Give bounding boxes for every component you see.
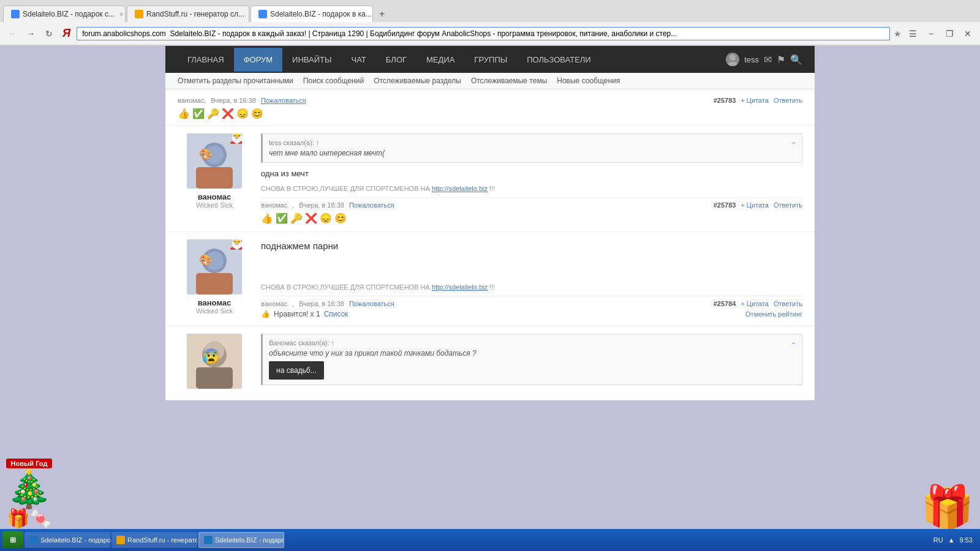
username-2[interactable]: ваномас	[178, 298, 251, 307]
image-text: на свадьб...	[276, 366, 317, 375]
nav-username[interactable]: tess	[744, 55, 759, 64]
avatar-image-3: 😰	[187, 334, 242, 389]
nav-home[interactable]: ГЛАВНАЯ	[178, 48, 234, 72]
reaction-happy[interactable]: 😊	[251, 108, 263, 119]
quote-author-text-3: Ваномас сказал(а): ↑	[269, 339, 334, 347]
taskbar-right: RU ▲ 9:53	[933, 536, 978, 544]
subnav-search-posts[interactable]: Поиск сообщений	[303, 77, 364, 85]
reaction-thumb-1[interactable]: 👍	[261, 212, 273, 224]
prev-quote-btn[interactable]: + Цитата	[741, 97, 769, 104]
post-signature-1: СНОВА В СТРОЮ,ЛУЧШЕЕ ДЛЯ СПОРТСМЕНОВ НА …	[261, 185, 802, 192]
quote-author-3: Ваномас сказал(а): ↑ −	[269, 339, 796, 347]
username-1[interactable]: ваномас	[178, 192, 251, 201]
post-user-1: 🎨 🎅 ваномас Wicked Sick	[178, 133, 251, 224]
quote-text-1: чет мне мало интересная мечт(	[269, 149, 796, 157]
reaction-check[interactable]: ✅	[192, 108, 205, 119]
tab-close-1[interactable]: ×	[119, 10, 123, 18]
minimize-button[interactable]: −	[924, 26, 938, 41]
taskbar-app-icon-3	[204, 536, 213, 544]
cancel-rating-2[interactable]: Отменить рейтинг	[745, 310, 802, 318]
reply-btn-2[interactable]: Ответить	[774, 300, 802, 307]
new-tab-button[interactable]: +	[374, 6, 390, 22]
nav-groups[interactable]: ГРУППЫ	[464, 48, 517, 72]
taskbar-lang: RU	[933, 536, 943, 544]
signature-suffix-1: !!!	[489, 185, 495, 192]
reaction-cross-1[interactable]: ❌	[305, 212, 317, 224]
taskbar-app-2[interactable]: RandStuff.ru - генератор...	[111, 532, 197, 548]
post-text-2: поднажмем парни	[261, 239, 802, 253]
reaction-thumb[interactable]: 👍	[178, 108, 190, 119]
subnav-new-messages[interactable]: Новые сообщения	[557, 77, 620, 85]
signature-link-2[interactable]: http://sdelaitelo.biz	[432, 283, 488, 291]
bookmark-button[interactable]: ★	[894, 29, 902, 39]
flag-icon[interactable]: ⚑	[777, 54, 785, 66]
new-year-label: Новый Год	[6, 459, 52, 468]
main-nav: ГЛАВНАЯ ФОРУМ ИНВАЙТЫ ЧАТ БЛОГ МЕДИА ГРУ…	[165, 46, 815, 73]
quote-expand-1[interactable]: −	[792, 139, 796, 146]
browser-tab-1[interactable]: Sdelaitelo.BIZ - подарок с... ×	[3, 6, 126, 22]
quote-btn-1[interactable]: + Цитата	[741, 201, 769, 209]
nav-blog[interactable]: БЛОГ	[376, 48, 417, 72]
menu-button[interactable]: ☰	[905, 26, 920, 41]
quote-btn-2[interactable]: + Цитата	[741, 300, 769, 307]
likes-list-2[interactable]: Список	[324, 310, 349, 318]
reaction-check-1[interactable]: ✅	[276, 212, 288, 224]
close-window-button[interactable]: ✕	[960, 26, 975, 41]
post-time-2: Вчера, в 16:38	[299, 300, 344, 307]
prev-post-reactions: ваномас, Вчера, в 16:38 Пожаловаться #25…	[165, 89, 815, 126]
restore-button[interactable]: ❐	[942, 26, 957, 41]
user-rank-1: Wicked Sick	[178, 201, 251, 209]
address-bar: ← → ↻ Я ★ ☰ − ❐ ✕	[0, 22, 980, 45]
reaction-key-1[interactable]: 🔑	[290, 212, 303, 224]
search-icon[interactable]: 🔍	[790, 54, 802, 66]
taskbar-app-3[interactable]: Sdelaitelo.BIZ - подарок в...	[198, 532, 284, 548]
user-avatar-3: 😰	[187, 334, 242, 389]
nav-forum[interactable]: ФОРУМ	[234, 48, 282, 72]
nav-users[interactable]: ПОЛЬЗОВАТЕЛИ	[517, 48, 600, 72]
reaction-happy-1[interactable]: 😊	[334, 212, 347, 224]
post-time-1: Вчера, в 16:38	[299, 201, 344, 209]
tab-label-1: Sdelaitelo.BIZ - подарок с...	[23, 10, 115, 18]
reaction-sad-1[interactable]: 😞	[320, 212, 332, 224]
nav-invites[interactable]: ИНВАЙТЫ	[282, 48, 341, 72]
post-body-3: Ваномас сказал(а): ↑ − объясните что у н…	[251, 334, 802, 392]
forum-content: ваномас, Вчера, в 16:38 Пожаловаться #25…	[165, 89, 815, 400]
signature-link-1[interactable]: http://sdelaitelo.biz	[432, 185, 488, 192]
subnav-watched-sections[interactable]: Отслеживаемые разделы	[374, 77, 461, 85]
nav-media[interactable]: МЕДИА	[417, 48, 464, 72]
refresh-button[interactable]: ↻	[42, 26, 56, 41]
quote-expand-3[interactable]: −	[792, 339, 796, 347]
back-button[interactable]: ←	[5, 26, 20, 41]
nav-chat[interactable]: ЧАТ	[342, 48, 376, 72]
reaction-key[interactable]: 🔑	[207, 108, 219, 119]
subnav-watched-topics[interactable]: Отслеживаемые темы	[471, 77, 547, 85]
reaction-cross[interactable]: ❌	[222, 108, 234, 119]
browser-tab-3[interactable]: Sdelaitelo.BIZ - подарок в ка... ×	[251, 6, 373, 22]
signature-text-2: СНОВА В СТРОЮ,ЛУЧШЕЕ ДЛЯ СПОРТСМЕНОВ НА	[261, 283, 430, 291]
taskbar-app-label-3: Sdelaitelo.BIZ - подарок в...	[215, 536, 284, 544]
reply-btn-1[interactable]: Ответить	[774, 201, 802, 209]
subnav-mark-read[interactable]: Отметить разделы прочитанными	[178, 77, 293, 85]
complaint-link-1[interactable]: Пожаловаться	[349, 201, 394, 209]
prev-complaint-link[interactable]: Пожаловаться	[261, 97, 306, 104]
xmas-gift-icon: 🎁	[921, 486, 974, 529]
prev-post-meta: ваномас, Вчера, в 16:38 Пожаловаться #25…	[178, 97, 802, 104]
complaint-link-2[interactable]: Пожаловаться	[349, 300, 394, 307]
post-25785: 🎨 🎅 ваномас Wicked Sick поднажмем парни …	[165, 232, 815, 327]
mail-icon[interactable]: ✉	[764, 54, 772, 66]
prev-reply-btn[interactable]: Ответить	[774, 97, 802, 104]
tab-favicon-2	[135, 10, 143, 18]
clock-time: 9:53	[960, 536, 973, 544]
forward-button[interactable]: →	[23, 26, 38, 41]
svg-rect-9	[196, 273, 233, 294]
svg-text:🎨: 🎨	[199, 148, 213, 161]
browser-tab-2[interactable]: RandStuff.ru - генератор сл... ×	[127, 6, 249, 22]
start-button[interactable]: ⊞	[2, 531, 23, 549]
post-author-2: ваномас	[261, 300, 287, 307]
santa-hat-1: 🎅	[228, 133, 242, 144]
quote-image-preview: на свадьб...	[269, 361, 796, 380]
taskbar-app-1[interactable]: Sdelaitelo.BIZ - подарок с...	[24, 532, 110, 548]
address-input[interactable]	[77, 27, 890, 40]
post-num-1: #25783	[714, 201, 736, 209]
reaction-sad[interactable]: 😞	[236, 108, 249, 119]
